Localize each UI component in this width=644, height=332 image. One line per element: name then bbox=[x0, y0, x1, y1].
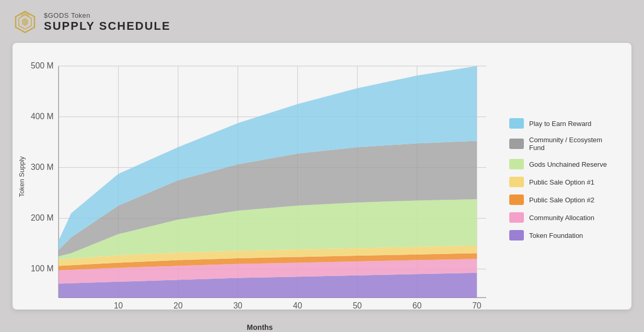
legend-item-community-ecosystem: Community / Ecosystem Fund bbox=[509, 136, 619, 152]
legend-label-play-to-earn: Play to Earn Reward bbox=[529, 120, 591, 128]
legend-item-public-sale-1: Public Sale Option #1 bbox=[509, 177, 619, 187]
svg-text:200 M: 200 M bbox=[31, 213, 53, 222]
chart-area: Token Supply .grid-line { stroke: #c8c8c… bbox=[21, 53, 499, 300]
x-axis-label: Months bbox=[21, 323, 499, 331]
page-title: SUPPLY SCHEDULE bbox=[44, 19, 171, 33]
gods-logo-icon bbox=[13, 9, 38, 35]
page-header: $GODS Token SUPPLY SCHEDULE bbox=[13, 9, 171, 35]
svg-marker-2 bbox=[22, 18, 28, 26]
legend-label-community-ecosystem: Community / Ecosystem Fund bbox=[529, 136, 619, 152]
legend-color-gods-reserve bbox=[509, 159, 524, 169]
legend-color-public-sale-1 bbox=[509, 177, 524, 187]
token-label: $GODS Token bbox=[44, 12, 171, 19]
svg-text:10: 10 bbox=[114, 301, 123, 310]
svg-marker-3 bbox=[21, 12, 29, 17]
svg-text:40: 40 bbox=[293, 301, 302, 310]
svg-text:60: 60 bbox=[413, 301, 422, 310]
legend-item-token-foundation: Token Foundation bbox=[509, 230, 619, 241]
chart-card: Token Supply .grid-line { stroke: #c8c8c… bbox=[13, 43, 631, 310]
legend-item-play-to-earn: Play to Earn Reward bbox=[509, 118, 619, 129]
svg-text:500 M: 500 M bbox=[31, 61, 53, 70]
chart-legend: Play to Earn Reward Community / Ecosyste… bbox=[499, 53, 619, 300]
svg-text:30: 30 bbox=[233, 301, 243, 310]
legend-item-public-sale-2: Public Sale Option #2 bbox=[509, 194, 619, 205]
svg-text:100 M: 100 M bbox=[31, 264, 53, 273]
svg-text:70: 70 bbox=[472, 301, 482, 310]
svg-text:300 M: 300 M bbox=[31, 163, 53, 171]
legend-label-public-sale-1: Public Sale Option #1 bbox=[529, 178, 594, 186]
svg-text:50: 50 bbox=[353, 301, 362, 310]
chart-svg: .grid-line { stroke: #c8c8c8; stroke-wid… bbox=[21, 53, 499, 320]
legend-item-community-allocation: Community Allocation bbox=[509, 212, 619, 223]
legend-label-public-sale-2: Public Sale Option #2 bbox=[529, 196, 594, 204]
legend-color-public-sale-2 bbox=[509, 194, 524, 205]
legend-color-community-ecosystem bbox=[509, 139, 524, 149]
legend-color-play-to-earn bbox=[509, 118, 524, 129]
svg-text:20: 20 bbox=[173, 301, 183, 310]
svg-text:400 M: 400 M bbox=[31, 112, 53, 121]
legend-label-community-allocation: Community Allocation bbox=[529, 214, 594, 222]
title-block: $GODS Token SUPPLY SCHEDULE bbox=[44, 12, 171, 33]
legend-color-community-allocation bbox=[509, 212, 524, 223]
legend-color-token-foundation bbox=[509, 230, 524, 241]
legend-item-gods-reserve: Gods Unchained Reserve bbox=[509, 159, 619, 169]
legend-label-gods-reserve: Gods Unchained Reserve bbox=[529, 161, 607, 168]
legend-label-token-foundation: Token Foundation bbox=[529, 232, 583, 239]
chart-svg-wrapper: .grid-line { stroke: #c8c8c8; stroke-wid… bbox=[21, 53, 499, 320]
